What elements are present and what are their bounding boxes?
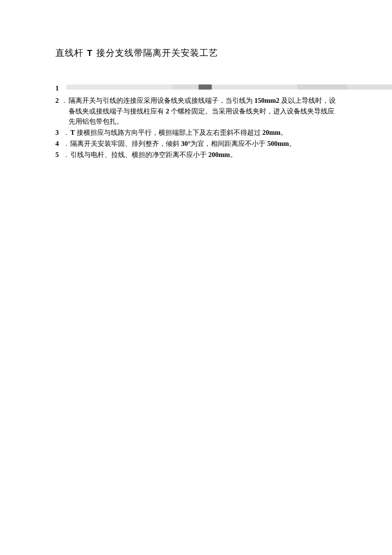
text-segment: 。: [280, 129, 287, 136]
item-period: ．: [61, 96, 69, 128]
title-t-letter: T: [86, 48, 93, 58]
document-title: 直线杆 T 接分支线带隔离开关安装工艺: [55, 47, 337, 59]
list-item: 3 ． T 接横担应与线路方向平行，横担端部上下及左右歪斜不得超过 20mm。: [55, 128, 337, 138]
text-segment-bold: 500mm: [267, 140, 289, 147]
item-number: 1: [55, 83, 61, 94]
item-number: 4: [55, 139, 63, 149]
text-segment-bold: T: [70, 129, 75, 136]
item-number: 5: [55, 150, 63, 160]
text-segment-bold: 150mm2: [254, 97, 280, 104]
title-suffix: 接分支线带隔离开关安装工艺: [93, 48, 218, 58]
text-segment-bold: 2: [166, 108, 169, 115]
text-segment-bold: 30°: [181, 140, 190, 147]
text-segment: 隔离开关与引线的连接应采用设备线夹或接线端子，当引线为: [69, 97, 254, 104]
item-body: [61, 84, 392, 95]
list-item: 2 ． 隔离开关与引线的连接应采用设备线夹或接线端子，当引线为 150mm2 及…: [55, 96, 337, 127]
item-number: 3: [55, 128, 63, 138]
item-body: 隔离开关与引线的连接应采用设备线夹或接线端子，当引线为 150mm2 及以上导线…: [69, 96, 337, 127]
text-segment: 引线与电杆、拉线、横担的净空距离不应小于: [70, 151, 208, 158]
item-body: 隔离开关安装牢固、排列整齐，倾斜 30°为宜，相间距离应不小于 500mm。: [70, 139, 337, 149]
item-body: T 接横担应与线路方向平行，横担端部上下及左右歪斜不得超过 20mm。: [70, 128, 337, 138]
text-segment-bold: 20mm: [262, 129, 281, 136]
list-item: 1: [55, 84, 337, 95]
text-segment: 隔离开关安装牢固、排列整齐，倾斜: [70, 140, 181, 147]
embedded-image-strip: [66, 84, 392, 90]
text-segment: 为宜，相间距离应不小于: [190, 140, 267, 147]
list-item: 5 ． 引线与电杆、拉线、横担的净空距离不应小于 200mm。: [55, 150, 337, 160]
content-list: 1 2 ． 隔离开关与引线的连接应采用设备线夹或接线端子，当引线为 150mm2…: [55, 84, 337, 160]
item-period: ．: [63, 150, 70, 161]
item-body: 引线与电杆、拉线、横担的净空距离不应小于 200mm。: [70, 150, 337, 160]
item-period: ．: [63, 139, 70, 150]
document-page: 直线杆 T 接分支线带隔离开关安装工艺 1 2 ． 隔离开关与引线的连接应采用设…: [0, 0, 392, 160]
item-period: ．: [63, 128, 70, 139]
text-segment: 接横担应与线路方向平行，横担端部上下及左右歪斜不得超过: [75, 129, 262, 136]
title-prefix: 直线杆: [55, 48, 86, 58]
item-number: 2: [55, 96, 61, 127]
text-segment-bold: 200mm: [208, 151, 230, 158]
list-item: 4 ． 隔离开关安装牢固、排列整齐，倾斜 30°为宜，相间距离应不小于 500m…: [55, 139, 337, 149]
text-segment: 。: [230, 151, 237, 158]
text-segment: 。: [289, 140, 296, 147]
